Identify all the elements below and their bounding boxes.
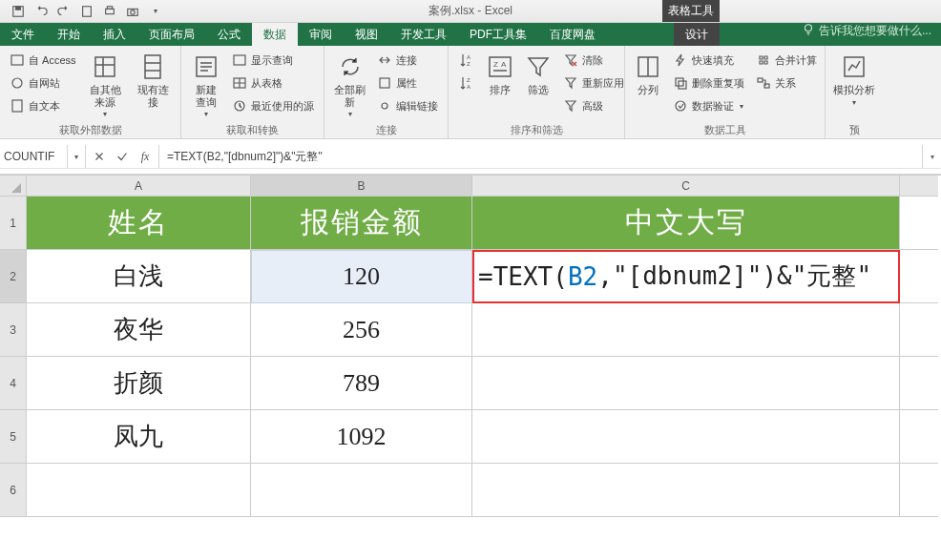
tab-developer[interactable]: 开发工具: [389, 23, 458, 46]
row-header-2[interactable]: 2: [0, 250, 27, 303]
filter-button[interactable]: 筛选: [521, 50, 555, 98]
col-header-blank[interactable]: [900, 176, 938, 197]
tab-view[interactable]: 视图: [344, 23, 389, 46]
cell-b4[interactable]: 789: [251, 357, 472, 410]
cell-b6[interactable]: [251, 464, 472, 517]
cell-a3[interactable]: 夜华: [27, 303, 251, 357]
new-query-button[interactable]: 新建 查询▾: [187, 50, 224, 120]
confirm-edit-button[interactable]: [111, 145, 134, 168]
redo-icon[interactable]: [53, 2, 74, 21]
formula-input[interactable]: [159, 145, 922, 168]
name-box-dropdown-icon[interactable]: ▾: [67, 145, 84, 168]
formula-bar-expand-icon[interactable]: ▾: [922, 145, 941, 168]
show-queries-button[interactable]: 显示查询: [228, 50, 318, 71]
relationships-button[interactable]: 关系: [752, 73, 821, 93]
remove-duplicates-button[interactable]: 删除重复项: [669, 73, 748, 93]
tab-home[interactable]: 开始: [46, 23, 92, 46]
from-web-button[interactable]: 自网站: [6, 73, 80, 93]
tab-design[interactable]: 设计: [674, 23, 720, 46]
row-header-4[interactable]: 4: [0, 357, 27, 410]
row-header-5[interactable]: 5: [0, 410, 27, 464]
ribbon: 自 Access 自网站 自文本 自其他来源▾ 现有连接 获取外部数据 新建 查…: [0, 46, 941, 139]
refresh-all-button[interactable]: 全部刷新▾: [330, 50, 369, 120]
from-access-button[interactable]: 自 Access: [6, 50, 80, 71]
tab-insert[interactable]: 插入: [92, 23, 137, 46]
edit-links-button[interactable]: 编辑链接: [373, 95, 442, 116]
print-preview-icon[interactable]: [99, 2, 120, 21]
cell-a2[interactable]: 白浅: [27, 250, 251, 303]
advanced-filter-button[interactable]: 高级: [559, 95, 628, 116]
cell-a1[interactable]: 姓名: [27, 197, 251, 250]
new-file-icon[interactable]: [76, 2, 97, 21]
chevron-down-icon: ▾: [103, 110, 107, 118]
reapply-button[interactable]: 重新应用: [559, 73, 628, 93]
connections-button[interactable]: 连接: [373, 50, 442, 71]
cell-d5[interactable]: [900, 410, 938, 464]
cell-d6[interactable]: [900, 464, 938, 517]
ribbon-tabs: 文件 开始 插入 页面布局 公式 数据 审阅 视图 开发工具 PDF工具集 百度…: [0, 23, 941, 46]
properties-button[interactable]: 属性: [373, 73, 442, 93]
row-header-3[interactable]: 3: [0, 303, 27, 357]
tab-pdf[interactable]: PDF工具集: [458, 23, 538, 46]
undo-icon[interactable]: [31, 2, 52, 21]
header-label: 报销金额: [301, 203, 423, 242]
svg-rect-4: [107, 6, 112, 9]
worksheet-grid[interactable]: A B C 1 姓名 报销金额 中文大写 2 白浅 120 =TEXT(B2,"…: [0, 175, 941, 517]
cell-c5[interactable]: [472, 410, 900, 464]
cell-c3[interactable]: [472, 303, 900, 357]
select-all-corner[interactable]: [0, 176, 27, 197]
qat-customize-icon[interactable]: ▾: [145, 2, 166, 21]
cell-d4[interactable]: [900, 357, 938, 410]
cell-c1[interactable]: 中文大写: [472, 197, 900, 250]
row-header-1[interactable]: 1: [0, 197, 27, 250]
consolidate-button[interactable]: 合并计算: [752, 50, 821, 71]
svg-rect-1: [15, 6, 20, 10]
cell-d2[interactable]: [900, 250, 938, 303]
tab-data[interactable]: 数据: [252, 23, 298, 46]
tab-formulas[interactable]: 公式: [206, 23, 252, 46]
tab-baidu[interactable]: 百度网盘: [538, 23, 607, 46]
cell-b3[interactable]: 256: [251, 303, 472, 357]
cell-b2[interactable]: 120: [251, 250, 472, 303]
label: 清除: [582, 53, 603, 68]
name-box[interactable]: ▾: [0, 145, 86, 168]
cancel-edit-button[interactable]: [88, 145, 111, 168]
cell-d3[interactable]: [900, 303, 938, 357]
tell-me-search[interactable]: 告诉我您想要做什么...: [802, 23, 931, 39]
col-header-a[interactable]: A: [27, 176, 251, 197]
svg-text:A: A: [467, 54, 470, 60]
from-text-button[interactable]: 自文本: [6, 95, 80, 116]
cell-c6[interactable]: [472, 464, 900, 517]
name-box-input[interactable]: [0, 150, 67, 163]
cell-d1[interactable]: [900, 197, 938, 250]
data-validation-button[interactable]: 数据验证▾: [669, 95, 748, 116]
clear-filter-button[interactable]: 清除: [559, 50, 628, 71]
sort-button[interactable]: ZA排序: [483, 50, 517, 98]
cell-a6[interactable]: [27, 464, 251, 517]
cell-a4[interactable]: 折颜: [27, 357, 251, 410]
sort-asc-button[interactable]: AZ: [454, 50, 479, 71]
sort-desc-button[interactable]: ZA: [454, 73, 479, 93]
cell-c4[interactable]: [472, 357, 900, 410]
col-header-b[interactable]: B: [251, 176, 472, 197]
tab-review[interactable]: 审阅: [298, 23, 344, 46]
col-header-c[interactable]: C: [472, 176, 900, 197]
tab-page-layout[interactable]: 页面布局: [137, 23, 206, 46]
text-to-columns-button[interactable]: 分列: [631, 50, 665, 98]
camera-icon[interactable]: [122, 2, 143, 21]
existing-connections-button[interactable]: 现有连接: [131, 50, 175, 110]
row-header-6[interactable]: 6: [0, 464, 27, 517]
cell-b1[interactable]: 报销金额: [251, 197, 472, 250]
cell-b5[interactable]: 1092: [251, 410, 472, 464]
recent-sources-button[interactable]: 最近使用的源: [228, 95, 318, 116]
what-if-button[interactable]: 模拟分析▾: [831, 50, 877, 109]
save-icon[interactable]: [8, 2, 29, 21]
cell-c2-editing[interactable]: =TEXT(B2,"[dbnum2]")&"元整": [472, 250, 900, 303]
tab-file[interactable]: 文件: [0, 23, 46, 46]
insert-function-button[interactable]: fx: [134, 145, 157, 168]
flash-fill-button[interactable]: 快速填充: [669, 50, 748, 71]
header-label: 姓名: [108, 203, 169, 242]
from-other-sources-button[interactable]: 自其他来源▾: [84, 50, 128, 120]
cell-a5[interactable]: 凤九: [27, 410, 251, 464]
from-table-button[interactable]: 从表格: [228, 73, 318, 93]
